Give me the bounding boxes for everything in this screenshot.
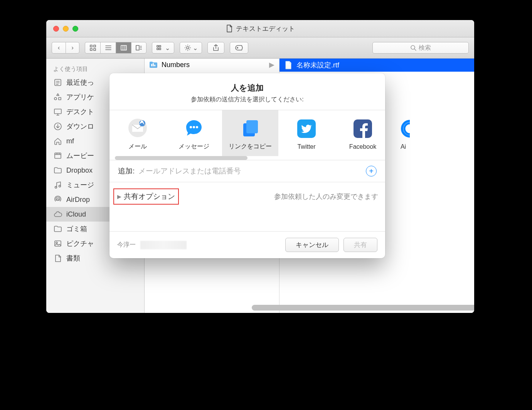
method-messages[interactable]: メッセージ xyxy=(166,110,222,156)
messages-icon xyxy=(183,117,205,139)
svg-rect-5 xyxy=(136,45,139,50)
svg-rect-6 xyxy=(157,45,158,47)
airdrop-icon xyxy=(392,118,414,139)
svg-rect-8 xyxy=(157,48,158,50)
search-icon xyxy=(411,45,416,51)
textedit-icon xyxy=(226,24,233,33)
column-view[interactable] xyxy=(116,42,131,54)
svg-rect-0 xyxy=(90,45,92,47)
svg-rect-23 xyxy=(153,63,154,66)
file-row[interactable]: 名称未設定.rtf xyxy=(279,59,474,72)
svg-point-27 xyxy=(190,126,192,128)
svg-rect-14 xyxy=(54,109,61,114)
rtf-icon xyxy=(284,61,293,69)
traffic-lights xyxy=(53,26,78,32)
dialog-subtitle: 参加依頼の送信方法を選択してください: xyxy=(117,96,377,104)
toolbar: ‹ › ⌄ ⌄ 検索 xyxy=(46,37,474,59)
add-recipient-button[interactable]: + xyxy=(366,166,377,176)
action-button[interactable]: ⌄ xyxy=(180,42,202,54)
svg-rect-3 xyxy=(94,49,96,50)
svg-point-29 xyxy=(196,126,198,128)
svg-point-17 xyxy=(55,187,57,188)
movies-icon xyxy=(53,151,62,160)
add-recipient-row: 追加: メールアドレスまたは電話番号 + xyxy=(109,160,385,182)
folder-icon xyxy=(53,166,62,175)
pictures-icon xyxy=(53,239,62,248)
share-methods: メールメッセージリンクをコピーTwitterFacebookAi xyxy=(109,110,385,156)
method-facebook[interactable]: Facebook xyxy=(335,110,391,156)
current-user: 今淳一 xyxy=(117,241,136,249)
minimize-button[interactable] xyxy=(63,26,69,32)
tags-button[interactable] xyxy=(230,42,248,54)
svg-rect-4 xyxy=(121,45,126,50)
redacted xyxy=(140,241,187,249)
svg-rect-24 xyxy=(154,65,155,66)
facebook-icon xyxy=(352,118,374,139)
svg-rect-20 xyxy=(55,241,61,246)
svg-rect-7 xyxy=(159,45,161,47)
svg-point-28 xyxy=(193,126,195,128)
svg-point-10 xyxy=(187,47,189,49)
tag-icon xyxy=(235,45,243,50)
add-people-dialog: 人を追加 参加依頼の送信方法を選択してください: メールメッセージリンクをコピー… xyxy=(109,73,385,258)
svg-point-21 xyxy=(56,242,57,244)
disclosure-triangle-icon: ▶ xyxy=(117,193,121,200)
close-button[interactable] xyxy=(53,26,59,32)
forward-button[interactable]: › xyxy=(66,42,79,54)
method-twitter[interactable]: Twitter xyxy=(278,110,335,156)
folder-icon xyxy=(149,60,158,69)
gallery-view[interactable] xyxy=(131,42,146,54)
cancel-button[interactable]: キャンセル xyxy=(285,238,339,252)
recent-icon xyxy=(53,78,62,87)
method-mail[interactable]: メール xyxy=(109,110,166,156)
folder-icon xyxy=(53,224,62,234)
chevron-right-icon: ▶ xyxy=(269,60,274,69)
home-icon xyxy=(53,136,62,146)
titlebar: テキストエディット xyxy=(46,20,474,37)
recipient-input[interactable]: メールアドレスまたは電話番号 xyxy=(138,166,362,176)
twitter-icon xyxy=(296,118,317,139)
icloud-icon xyxy=(53,210,62,219)
icon-view[interactable] xyxy=(85,42,100,54)
options-note: 参加依頼した人のみ変更できます xyxy=(274,192,378,201)
list-view[interactable] xyxy=(100,42,116,54)
svg-point-18 xyxy=(59,185,61,187)
add-label: 追加: xyxy=(118,166,135,176)
downloads-icon xyxy=(53,122,62,131)
window-title: テキストエディット xyxy=(226,24,295,33)
documents-icon xyxy=(53,254,62,263)
methods-scrollbar[interactable] xyxy=(109,156,385,160)
folder-row[interactable]: Numbers ▶ xyxy=(145,59,279,71)
apps-icon xyxy=(53,92,62,102)
copylink-icon xyxy=(239,117,261,139)
music-icon xyxy=(53,180,62,190)
svg-rect-1 xyxy=(94,45,96,47)
share-icon xyxy=(213,44,219,51)
view-mode xyxy=(85,42,146,54)
share-button[interactable] xyxy=(207,42,224,54)
method-airdrop[interactable]: Ai xyxy=(391,110,416,156)
method-copylink[interactable]: リンクをコピー xyxy=(222,110,278,156)
dialog-title: 人を追加 xyxy=(117,82,377,93)
svg-rect-22 xyxy=(151,64,152,66)
zoom-button[interactable] xyxy=(72,26,78,32)
svg-rect-9 xyxy=(159,48,161,50)
arrange-button[interactable]: ⌄ xyxy=(152,42,174,54)
svg-rect-2 xyxy=(90,49,92,50)
svg-point-11 xyxy=(237,47,238,48)
nav-buttons: ‹ › xyxy=(52,42,79,54)
desktop-icon xyxy=(53,107,62,116)
mail-icon xyxy=(127,117,148,139)
share-button-submit[interactable]: 共有 xyxy=(343,238,377,252)
svg-rect-31 xyxy=(246,120,258,133)
svg-point-34 xyxy=(404,123,410,134)
gear-icon xyxy=(184,44,191,51)
horizontal-scrollbar[interactable] xyxy=(244,305,470,311)
back-button[interactable]: ‹ xyxy=(52,42,66,54)
airdrop-icon xyxy=(53,195,62,204)
svg-point-19 xyxy=(57,199,59,201)
search-field[interactable]: 検索 xyxy=(372,42,469,54)
share-options-toggle[interactable]: ▶ 共有オプション xyxy=(113,188,179,205)
